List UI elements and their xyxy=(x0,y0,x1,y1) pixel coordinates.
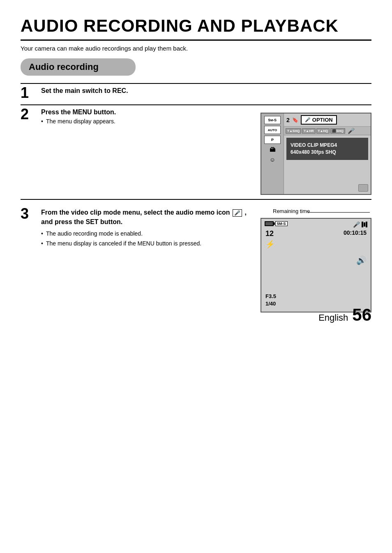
cs3-shot-count: 12 xyxy=(265,229,274,238)
step3-inner-row: 3 From the video clip mode menu, select … xyxy=(21,208,252,249)
step2-inner-row: 2 Press the MENU button. The menu displa… xyxy=(21,109,252,127)
cs2-mic-icon: 🎤 xyxy=(348,127,355,134)
cs3-shutter-value: 1/40 xyxy=(265,300,276,308)
step3-left: 3 From the video clip mode menu, select … xyxy=(21,208,252,249)
cs2-inner: 5M-S AUTO P 🏔 ☺ 2 🔖 🎤 xyxy=(261,113,371,194)
step3-number: 3 xyxy=(21,206,41,221)
remaining-time-line xyxy=(308,212,370,213)
cs3-inner: 5M-S 🎤 xyxy=(261,219,371,312)
cs3-flash-icon: ⚡ xyxy=(261,240,371,249)
step3-content: From the video clip mode menu, select th… xyxy=(41,208,252,249)
cs2-option-label: OPTION xyxy=(312,117,333,123)
step3-bullets: The audio recording mode is enabled. The… xyxy=(41,230,252,248)
step1-title: Set the main switch to REC. xyxy=(41,87,371,95)
footer-language: English xyxy=(318,312,348,323)
cs3-time-display: 00:10:15 xyxy=(344,229,367,238)
step1-number: 1 xyxy=(21,86,41,100)
cs2-panel-auto: AUTO xyxy=(264,126,281,134)
step1-content: Set the main switch to REC. xyxy=(41,87,371,96)
cs2-tab-thr: T▲HR xyxy=(302,128,315,134)
cs2-tab-tsho: T▲SHQ xyxy=(286,128,301,134)
step3-audio-icon: 🎤 xyxy=(233,209,242,217)
cs2-tab-icon: 🔖 xyxy=(292,117,298,123)
section-header: Audio recording xyxy=(21,58,136,76)
step2-left: 2 Press the MENU button. The menu displa… xyxy=(21,109,252,127)
main-title: AUDIO RECORDING AND PLAYBACK xyxy=(21,16,371,41)
cs3-middle: 🔊 xyxy=(261,249,371,282)
cs3-sound-icon-container: 🔊 xyxy=(356,255,367,265)
step1-divider xyxy=(21,83,371,84)
camera-screen-3: 5M-S 🎤 xyxy=(261,218,371,312)
cs3-battery-size: 5M-S xyxy=(265,221,288,226)
cs3-bar-3 xyxy=(366,222,367,227)
cs2-option-mic-icon: 🎤 xyxy=(305,117,311,123)
cs3-mic-icon: 🎤 xyxy=(353,221,360,228)
step3-divider xyxy=(21,199,371,200)
remaining-time-label: Remaining time xyxy=(273,208,310,214)
cs2-panel-5ms: 5M-S xyxy=(264,116,281,124)
cs3-sound-icon: 🔊 xyxy=(356,256,367,265)
cs2-screen-number: 2 xyxy=(286,117,290,123)
cs2-right-content: 2 🔖 🎤 OPTION T▲SHQ T▲HR T▲HQ xyxy=(284,113,371,194)
step2-content: Press the MENU button. The menu display … xyxy=(41,109,252,127)
cs2-menu-line2: 640x480 30fps SHQ xyxy=(291,149,364,156)
cs2-menu-item: VIDEO CLIP MPEG4 640x480 30fps SHQ xyxy=(286,138,368,160)
cs3-right-icons: 🎤 xyxy=(353,221,367,228)
step2-title: Press the MENU button. xyxy=(41,109,252,116)
step2-bullets: The menu display appears. xyxy=(41,118,252,126)
cs2-menu-line1: VIDEO CLIP MPEG4 xyxy=(291,142,364,149)
cs2-top-bar: 2 🔖 🎤 OPTION xyxy=(284,113,371,127)
step2-number: 2 xyxy=(21,107,41,122)
cs2-option-badge: 🎤 OPTION xyxy=(301,115,337,125)
subtitle-text: Your camera can make audio recordings an… xyxy=(21,45,371,52)
cs2-panel-face-icon: ☺ xyxy=(264,155,281,164)
step3-bullet-1: The audio recording mode is enabled. xyxy=(41,230,252,238)
cs3-bar-2 xyxy=(364,222,365,227)
page-footer: English 56 xyxy=(318,305,371,325)
step2-row: 2 Press the MENU button. The menu displa… xyxy=(21,109,371,195)
cs3-aperture-value: F3.5 xyxy=(265,293,276,300)
cs3-bottom-left: F3.5 1/40 xyxy=(265,293,276,308)
camera-screen-2: 5M-S AUTO P 🏔 ☺ 2 🔖 🎤 xyxy=(261,113,371,195)
cs2-panel-mountain-icon: 🏔 xyxy=(264,146,281,154)
step2-divider xyxy=(21,104,371,105)
step2-section: 2 Press the MENU button. The menu displa… xyxy=(21,109,371,195)
cs3-size-label: 5M-S xyxy=(275,221,288,226)
cs2-panel-p: P xyxy=(264,136,281,144)
cs3-count-row: 12 00:10:15 xyxy=(261,229,371,238)
step3-title: From the video clip mode menu, select th… xyxy=(41,208,252,227)
cs3-aperture: F3.5 1/40 xyxy=(265,293,276,308)
cs2-tab-thq: T▲HQ xyxy=(316,128,330,134)
cs2-tab-shq: ⬛SHQ xyxy=(330,128,345,134)
step3-image-container: Remaining time 5M-S xyxy=(261,208,371,312)
step3-row: 3 From the video clip mode menu, select … xyxy=(21,208,371,312)
cs3-timer-box xyxy=(362,222,367,227)
remaining-time-container: Remaining time xyxy=(261,208,371,216)
step3-section: 3 From the video clip mode menu, select … xyxy=(21,208,371,312)
step3-title-part1: From the video clip mode menu, select th… xyxy=(41,209,230,216)
page-container: AUDIO RECORDING AND PLAYBACK Your camera… xyxy=(0,0,392,337)
footer-page-number: 56 xyxy=(352,305,371,325)
cs3-battery-icon xyxy=(265,221,274,226)
step1-row: 1 Set the main switch to REC. xyxy=(21,87,371,100)
cs3-bar-1 xyxy=(362,222,363,227)
cs2-left-panel: 5M-S AUTO P 🏔 ☺ xyxy=(261,113,284,194)
step3-bullet-2: The menu display is canceled if the MENU… xyxy=(41,240,252,248)
step2-bullet-1: The menu display appears. xyxy=(41,118,252,126)
cs2-mode-tabs: T▲SHQ T▲HR T▲HQ ⬛SHQ 🎤 xyxy=(284,127,371,135)
cs3-top-row: 5M-S 🎤 xyxy=(261,219,371,229)
cs2-card-corner xyxy=(358,184,368,192)
